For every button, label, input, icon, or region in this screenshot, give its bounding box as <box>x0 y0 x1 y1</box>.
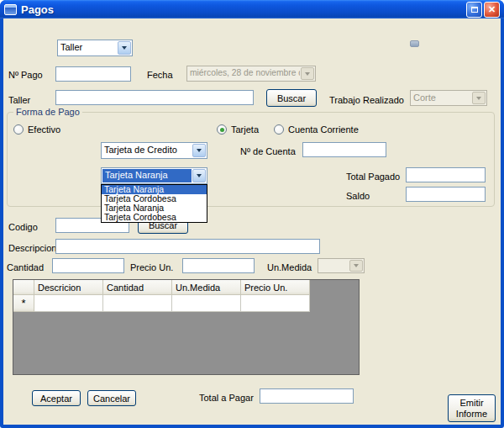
chevron-down-icon <box>354 264 359 267</box>
tarjeta-combo-value: Tarjeta Naranja <box>102 169 192 182</box>
radio-tarjeta-label: Tarjeta <box>231 124 259 135</box>
grid-cell[interactable] <box>103 295 172 312</box>
taller-input[interactable] <box>55 90 254 105</box>
un-medida-combo <box>318 258 365 273</box>
tipo-tarjeta-combo[interactable]: Tarjeta de Credito <box>101 142 207 159</box>
trabajo-realizado-dropdown-button <box>472 92 486 104</box>
mode-selector-combo[interactable]: Taller <box>57 40 133 56</box>
precio-un-label: Precio Un. <box>130 262 173 272</box>
window-body: Taller Nº Pago Fecha miércoles, 28 de no… <box>3 18 501 425</box>
total-pagado-input[interactable] <box>406 167 486 182</box>
titlebar-buttons: ✕ <box>466 2 500 18</box>
chevron-down-icon <box>122 46 127 50</box>
grid-new-row[interactable]: * <box>13 295 359 312</box>
fecha-datepicker: miércoles, 28 de noviembre de 2012 <box>186 66 316 82</box>
close-icon: ✕ <box>488 5 496 14</box>
chevron-down-icon <box>305 72 310 76</box>
close-button[interactable]: ✕ <box>484 2 500 18</box>
radio-efectivo-label: Efectivo <box>28 124 60 135</box>
dropdown-option[interactable]: Tarjeta Cordobesa <box>102 194 207 203</box>
maximize-button[interactable] <box>466 2 482 18</box>
chevron-down-icon <box>476 97 481 100</box>
radio-efectivo[interactable]: Efectivo <box>13 124 60 135</box>
tarjeta-combo-dropdown-button[interactable] <box>192 169 206 182</box>
buscar-taller-button[interactable]: Buscar <box>266 89 317 107</box>
grid-row-selector-header <box>13 280 34 295</box>
dropdown-option[interactable]: Tarjeta Cordobesa <box>102 213 207 222</box>
un-medida-value <box>318 259 349 272</box>
fecha-value: miércoles, 28 de noviembre de 2012 <box>187 66 300 81</box>
trabajo-realizado-label: Trabajo Realizado <box>329 95 404 105</box>
mode-selector-dropdown-button[interactable] <box>118 41 131 55</box>
chevron-down-icon <box>197 149 202 152</box>
fecha-label: Fecha <box>147 70 173 80</box>
forma-de-pago-group-label: Forma de Pago <box>13 107 82 117</box>
titlebar[interactable]: Pagos ✕ <box>0 0 504 18</box>
cantidad-input[interactable] <box>52 258 124 273</box>
radio-cuenta-corriente[interactable]: Cuenta Corriente <box>274 124 359 135</box>
saldo-input[interactable] <box>406 187 486 202</box>
n-pago-label: Nº Pago <box>8 70 43 80</box>
total-pagado-label: Total Pagado <box>346 172 400 182</box>
total-a-pagar-label: Total a Pagar <box>199 393 254 403</box>
taller-label: Taller <box>8 95 30 105</box>
tipo-tarjeta-value: Tarjeta de Credito <box>102 143 192 158</box>
un-medida-label: Un.Medida <box>267 262 312 272</box>
chevron-down-icon <box>197 174 202 177</box>
trabajo-realizado-combo: Corte <box>410 90 487 106</box>
codigo-label: Codigo <box>8 222 38 232</box>
tipo-tarjeta-dropdown-button[interactable] <box>192 144 206 157</box>
pagos-window: Pagos ✕ Taller Nº Pago Fecha m <box>0 0 504 428</box>
aceptar-button[interactable]: Aceptar <box>32 390 81 406</box>
grid-column-header[interactable]: Descricion <box>34 280 103 295</box>
window-title: Pagos <box>21 3 54 16</box>
dropdown-option[interactable]: Tarjeta Naranja <box>102 203 207 213</box>
radio-selected-dot-icon <box>220 128 224 132</box>
maximize-icon <box>471 7 478 13</box>
small-image-icon <box>410 40 419 47</box>
fecha-dropdown-button <box>301 67 314 80</box>
grid-header-row: Descricion Cantidad Un.Medida Precio Un. <box>13 280 359 295</box>
descripcion-input[interactable] <box>55 239 320 254</box>
trabajo-realizado-value: Corte <box>411 91 471 105</box>
n-cuenta-input[interactable] <box>302 142 386 157</box>
window-icon <box>4 4 17 15</box>
descripcion-label: Descripcion <box>8 243 56 253</box>
grid-cell[interactable] <box>172 295 241 312</box>
saldo-label: Saldo <box>346 191 370 201</box>
tarjeta-combo-dropdown-list: Tarjeta Naranja Tarjeta Cordobesa Tarjet… <box>101 184 207 223</box>
screen: Pagos ✕ Taller Nº Pago Fecha m <box>0 0 504 428</box>
radio-circle-icon <box>274 124 284 135</box>
mode-selector-value: Taller <box>58 40 117 55</box>
grid-column-header[interactable]: Cantidad <box>103 280 172 295</box>
grid-cell[interactable] <box>34 295 103 312</box>
n-pago-input[interactable] <box>55 66 131 82</box>
radio-circle-icon <box>13 124 24 135</box>
total-a-pagar-input[interactable] <box>260 388 354 404</box>
grid-column-header[interactable]: Precio Un. <box>241 280 310 295</box>
items-datagrid[interactable]: Descricion Cantidad Un.Medida Precio Un.… <box>13 279 360 375</box>
cancelar-button[interactable]: Cancelar <box>87 390 136 406</box>
radio-cuenta-corriente-label: Cuenta Corriente <box>288 124 359 135</box>
n-cuenta-label: Nº de Cuenta <box>240 146 296 156</box>
emitir-informe-button[interactable]: Emitir Informe <box>448 394 496 422</box>
radio-tarjeta[interactable]: Tarjeta <box>217 124 259 135</box>
grid-cell[interactable] <box>241 295 310 312</box>
cantidad-label: Cantidad <box>7 262 44 272</box>
tarjeta-combo[interactable]: Tarjeta Naranja <box>101 167 207 184</box>
radio-circle-icon <box>217 124 227 135</box>
dropdown-option[interactable]: Tarjeta Naranja <box>102 185 207 194</box>
grid-new-row-marker: * <box>13 295 34 312</box>
grid-column-header[interactable]: Un.Medida <box>172 280 241 295</box>
precio-un-input[interactable] <box>182 258 255 273</box>
un-medida-dropdown-button <box>349 260 363 272</box>
